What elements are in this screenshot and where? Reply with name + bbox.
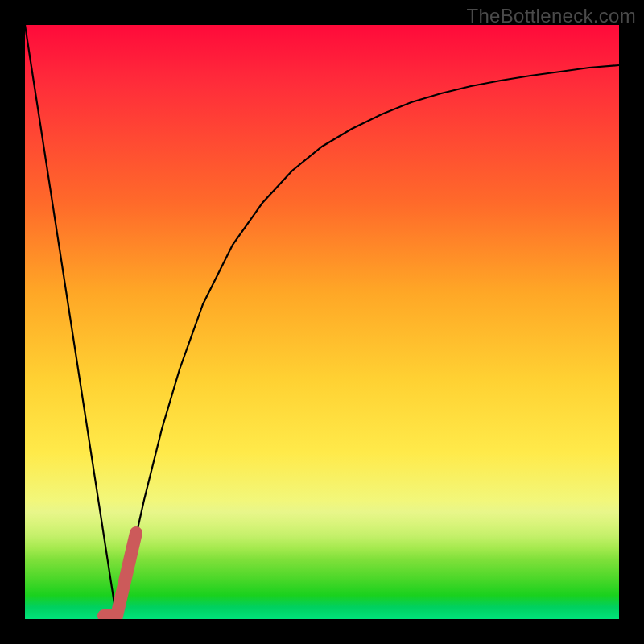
watermark-text: TheBottleneck.com (466, 5, 636, 27)
highlight-j-marker (25, 25, 619, 619)
highlight-path (104, 533, 136, 616)
plot-area (25, 25, 619, 619)
chart-frame: TheBottleneck.com (0, 0, 644, 644)
